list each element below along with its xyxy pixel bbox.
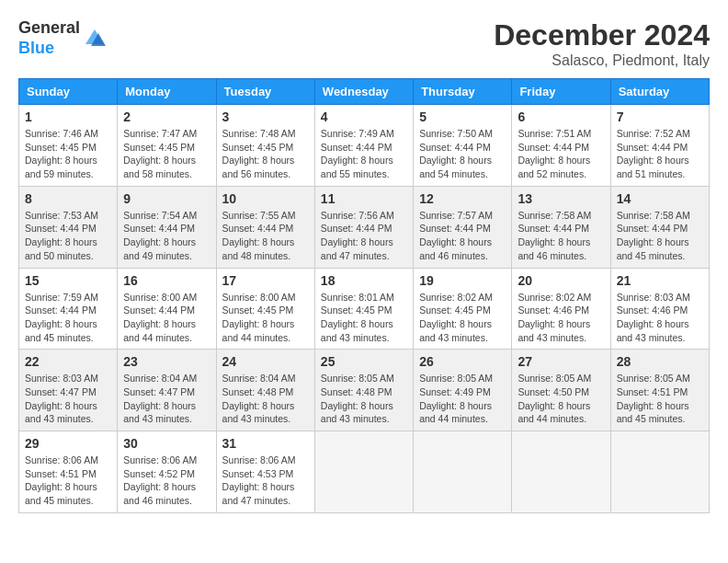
calendar-cell: 29 Sunrise: 8:06 AM Sunset: 4:51 PM Dayl…: [19, 431, 118, 513]
calendar-cell: 10 Sunrise: 7:55 AM Sunset: 4:44 PM Dayl…: [216, 186, 314, 268]
day-number: 10: [222, 191, 309, 206]
weekday-header: Friday: [512, 79, 610, 105]
calendar-cell: 4 Sunrise: 7:49 AM Sunset: 4:44 PM Dayli…: [314, 105, 413, 187]
day-number: 19: [419, 273, 506, 288]
day-number: 18: [321, 273, 407, 288]
day-number: 5: [419, 109, 506, 124]
day-number: 13: [518, 191, 604, 206]
weekday-header: Monday: [118, 79, 216, 105]
day-number: 26: [419, 354, 506, 369]
day-info: Sunrise: 8:05 AM Sunset: 4:51 PM Dayligh…: [617, 372, 703, 426]
day-number: 30: [123, 436, 210, 451]
day-info: Sunrise: 7:48 AM Sunset: 4:45 PM Dayligh…: [222, 127, 309, 181]
calendar-cell: 3 Sunrise: 7:48 AM Sunset: 4:45 PM Dayli…: [216, 105, 314, 187]
calendar-cell: 22 Sunrise: 8:03 AM Sunset: 4:47 PM Dayl…: [19, 350, 118, 431]
calendar-cell: 25 Sunrise: 8:05 AM Sunset: 4:48 PM Dayl…: [314, 350, 413, 431]
logo-blue-text: Blue: [18, 39, 80, 59]
calendar-cell: 14 Sunrise: 7:58 AM Sunset: 4:44 PM Dayl…: [610, 186, 709, 268]
day-info: Sunrise: 7:55 AM Sunset: 4:44 PM Dayligh…: [222, 209, 309, 263]
day-info: Sunrise: 7:50 AM Sunset: 4:44 PM Dayligh…: [419, 127, 506, 181]
calendar-table: SundayMondayTuesdayWednesdayThursdayFrid…: [18, 78, 710, 513]
calendar-cell: 2 Sunrise: 7:47 AM Sunset: 4:45 PM Dayli…: [118, 105, 216, 187]
day-number: 7: [617, 109, 703, 124]
calendar-cell: 21 Sunrise: 8:03 AM Sunset: 4:46 PM Dayl…: [610, 268, 709, 350]
day-number: 16: [123, 273, 210, 288]
calendar-week-row: 1 Sunrise: 7:46 AM Sunset: 4:45 PM Dayli…: [19, 105, 710, 187]
day-info: Sunrise: 7:53 AM Sunset: 4:44 PM Dayligh…: [25, 209, 111, 263]
day-number: 11: [321, 191, 407, 206]
calendar-cell: [512, 431, 610, 513]
day-number: 2: [123, 109, 210, 124]
calendar-cell: 17 Sunrise: 8:00 AM Sunset: 4:45 PM Dayl…: [216, 268, 314, 350]
logo-general-text: General: [18, 18, 80, 39]
day-number: 27: [518, 354, 604, 369]
day-number: 1: [25, 109, 111, 124]
day-number: 22: [25, 354, 111, 369]
calendar-week-row: 15 Sunrise: 7:59 AM Sunset: 4:44 PM Dayl…: [19, 268, 710, 350]
location: Salasco, Piedmont, Italy: [494, 52, 710, 69]
calendar-cell: 18 Sunrise: 8:01 AM Sunset: 4:45 PM Dayl…: [314, 268, 413, 350]
day-number: 20: [518, 273, 604, 288]
calendar-cell: 6 Sunrise: 7:51 AM Sunset: 4:44 PM Dayli…: [512, 105, 610, 187]
calendar-cell: 26 Sunrise: 8:05 AM Sunset: 4:49 PM Dayl…: [414, 350, 512, 431]
calendar-cell: 12 Sunrise: 7:57 AM Sunset: 4:44 PM Dayl…: [414, 186, 512, 268]
day-info: Sunrise: 8:06 AM Sunset: 4:51 PM Dayligh…: [25, 454, 111, 508]
day-info: Sunrise: 8:03 AM Sunset: 4:46 PM Dayligh…: [617, 291, 703, 345]
day-number: 8: [25, 191, 111, 206]
calendar-week-row: 22 Sunrise: 8:03 AM Sunset: 4:47 PM Dayl…: [19, 350, 710, 431]
calendar-cell: 5 Sunrise: 7:50 AM Sunset: 4:44 PM Dayli…: [414, 105, 512, 187]
day-number: 15: [25, 273, 111, 288]
day-number: 4: [321, 109, 407, 124]
calendar-cell: 31 Sunrise: 8:06 AM Sunset: 4:53 PM Dayl…: [216, 431, 314, 513]
day-number: 17: [222, 273, 309, 288]
calendar-cell: 1 Sunrise: 7:46 AM Sunset: 4:45 PM Dayli…: [19, 105, 118, 187]
day-number: 28: [617, 354, 703, 369]
calendar-cell: 30 Sunrise: 8:06 AM Sunset: 4:52 PM Dayl…: [118, 431, 216, 513]
day-info: Sunrise: 7:49 AM Sunset: 4:44 PM Dayligh…: [321, 127, 407, 181]
day-info: Sunrise: 8:05 AM Sunset: 4:49 PM Dayligh…: [419, 372, 506, 426]
day-info: Sunrise: 7:59 AM Sunset: 4:44 PM Dayligh…: [25, 291, 111, 345]
calendar-cell: 23 Sunrise: 8:04 AM Sunset: 4:47 PM Dayl…: [118, 350, 216, 431]
calendar-cell: 28 Sunrise: 8:05 AM Sunset: 4:51 PM Dayl…: [610, 350, 709, 431]
logo: General Blue: [18, 18, 108, 58]
day-info: Sunrise: 8:03 AM Sunset: 4:47 PM Dayligh…: [25, 372, 111, 426]
day-info: Sunrise: 8:00 AM Sunset: 4:44 PM Dayligh…: [123, 291, 210, 345]
day-number: 24: [222, 354, 309, 369]
day-info: Sunrise: 7:57 AM Sunset: 4:44 PM Dayligh…: [419, 209, 506, 263]
day-number: 14: [617, 191, 703, 206]
day-info: Sunrise: 8:04 AM Sunset: 4:47 PM Dayligh…: [123, 372, 210, 426]
calendar-week-row: 29 Sunrise: 8:06 AM Sunset: 4:51 PM Dayl…: [19, 431, 710, 513]
weekday-header: Thursday: [414, 79, 512, 105]
day-number: 29: [25, 436, 111, 451]
calendar-cell: [414, 431, 512, 513]
calendar-cell: 16 Sunrise: 8:00 AM Sunset: 4:44 PM Dayl…: [118, 268, 216, 350]
calendar-cell: 11 Sunrise: 7:56 AM Sunset: 4:44 PM Dayl…: [314, 186, 413, 268]
day-number: 6: [518, 109, 604, 124]
day-number: 31: [222, 436, 309, 451]
day-info: Sunrise: 8:02 AM Sunset: 4:46 PM Dayligh…: [518, 291, 604, 345]
weekday-header: Wednesday: [314, 79, 413, 105]
calendar-cell: 27 Sunrise: 8:05 AM Sunset: 4:50 PM Dayl…: [512, 350, 610, 431]
weekday-header: Saturday: [610, 79, 709, 105]
logo-icon: [82, 26, 108, 52]
weekday-header: Sunday: [19, 79, 118, 105]
day-info: Sunrise: 7:47 AM Sunset: 4:45 PM Dayligh…: [123, 127, 210, 181]
title-section: December 2024 Salasco, Piedmont, Italy: [494, 18, 710, 69]
calendar-week-row: 8 Sunrise: 7:53 AM Sunset: 4:44 PM Dayli…: [19, 186, 710, 268]
calendar-cell: 7 Sunrise: 7:52 AM Sunset: 4:44 PM Dayli…: [610, 105, 709, 187]
calendar-cell: [610, 431, 709, 513]
day-info: Sunrise: 8:05 AM Sunset: 4:48 PM Dayligh…: [321, 372, 407, 426]
day-info: Sunrise: 7:54 AM Sunset: 4:44 PM Dayligh…: [123, 209, 210, 263]
day-info: Sunrise: 8:02 AM Sunset: 4:45 PM Dayligh…: [419, 291, 506, 345]
day-info: Sunrise: 8:06 AM Sunset: 4:52 PM Dayligh…: [123, 454, 210, 508]
day-number: 21: [617, 273, 703, 288]
day-info: Sunrise: 7:51 AM Sunset: 4:44 PM Dayligh…: [518, 127, 604, 181]
day-number: 23: [123, 354, 210, 369]
calendar-cell: 9 Sunrise: 7:54 AM Sunset: 4:44 PM Dayli…: [118, 186, 216, 268]
day-info: Sunrise: 7:52 AM Sunset: 4:44 PM Dayligh…: [617, 127, 703, 181]
day-number: 25: [321, 354, 407, 369]
calendar-cell: 19 Sunrise: 8:02 AM Sunset: 4:45 PM Dayl…: [414, 268, 512, 350]
calendar-cell: 20 Sunrise: 8:02 AM Sunset: 4:46 PM Dayl…: [512, 268, 610, 350]
day-info: Sunrise: 8:05 AM Sunset: 4:50 PM Dayligh…: [518, 372, 604, 426]
day-number: 3: [222, 109, 309, 124]
